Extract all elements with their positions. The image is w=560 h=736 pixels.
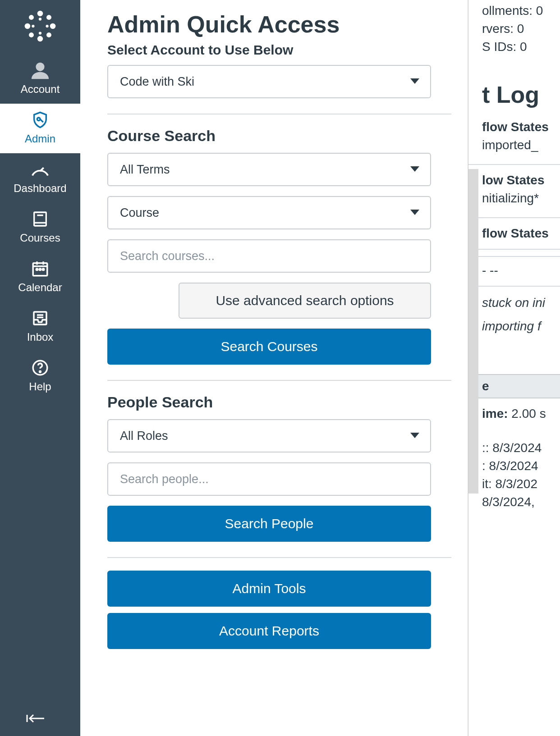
speedometer-icon [30, 160, 50, 179]
stat-sis-ids: S IDs: 0 [468, 38, 560, 56]
nav-admin[interactable]: Admin [0, 104, 80, 153]
divider [468, 256, 560, 257]
svg-point-12 [36, 63, 44, 71]
role-select[interactable]: All Roles [107, 419, 431, 453]
account-reports-button[interactable]: Account Reports [107, 613, 431, 649]
nav-courses[interactable]: Courses [0, 203, 80, 252]
note-text: stuck on ini [468, 294, 560, 312]
role-select-wrap: All Roles [107, 419, 431, 453]
nav-label: Calendar [18, 281, 62, 294]
divider [107, 557, 451, 558]
svg-point-3 [50, 23, 55, 29]
note-text: importing f [468, 317, 560, 335]
svg-point-13 [37, 118, 40, 121]
calendar-icon [31, 259, 50, 279]
stat-observers: rvers: 0 [468, 20, 560, 38]
divider [468, 286, 560, 287]
nav-label: Inbox [27, 331, 54, 343]
course-search-input[interactable] [107, 239, 431, 273]
flow-states-value: nitializing* [468, 189, 560, 207]
svg-rect-14 [34, 212, 46, 226]
svg-point-23 [42, 269, 44, 270]
nav-label: Courses [20, 232, 60, 244]
nav-label: Admin [25, 133, 55, 145]
log-heading: t Log [468, 81, 560, 108]
date-row: it: 8/3/202 [468, 475, 560, 493]
book-icon [31, 209, 49, 229]
term-select[interactable]: All Terms [107, 153, 431, 186]
scrollbar[interactable] [468, 169, 478, 494]
stat-enrollments: ollments: 0 [468, 2, 560, 20]
flow-states-value: imported_ [468, 136, 560, 154]
svg-point-9 [39, 32, 41, 34]
nav-account[interactable]: Account [0, 54, 80, 104]
search-type-select[interactable]: Course [107, 196, 431, 229]
divider [468, 164, 560, 165]
collapse-arrow-icon [24, 712, 46, 725]
nav-label: Help [29, 380, 51, 393]
svg-point-21 [36, 269, 38, 270]
time-label: ime: [482, 407, 508, 421]
background-log-panel: ollments: 0 rvers: 0 S IDs: 0 t Log flow… [468, 0, 560, 736]
date-row: : 8/3/2024 [468, 457, 560, 475]
shield-key-icon [31, 110, 49, 130]
tray-title: Admin Quick Access [107, 11, 451, 38]
svg-point-28 [40, 371, 41, 372]
time-value: 2.00 s [508, 407, 546, 421]
time-row: ime: 2.00 s [468, 405, 560, 423]
svg-point-2 [25, 23, 30, 29]
svg-point-22 [39, 269, 41, 270]
divider [468, 249, 560, 250]
nav-calendar[interactable]: Calendar [0, 252, 80, 302]
divider [107, 114, 451, 114]
inbox-icon [31, 308, 50, 328]
flow-states-heading: flow States [468, 224, 560, 242]
table-header-band: e [468, 374, 560, 398]
svg-point-10 [32, 25, 34, 27]
nav-label: Dashboard [14, 182, 66, 195]
people-search-input-wrap [107, 462, 431, 496]
date-row: 8/3/2024, [468, 493, 560, 511]
svg-point-8 [39, 18, 41, 20]
nav-inbox[interactable]: Inbox [0, 302, 80, 352]
admin-quick-access-tray: Admin Quick Access Select Account to Use… [80, 0, 468, 736]
flow-states-heading: low States [468, 171, 560, 189]
advanced-search-button[interactable]: Use advanced search options [179, 283, 431, 319]
nav-label: Account [21, 83, 60, 96]
search-type-select-wrap: Course [107, 196, 431, 229]
account-select[interactable]: Code with Ski [107, 65, 431, 98]
svg-point-7 [46, 32, 51, 37]
account-select-wrap: Code with Ski [107, 65, 431, 98]
svg-point-4 [29, 15, 34, 20]
svg-point-6 [29, 32, 34, 37]
help-icon [31, 358, 50, 378]
term-select-wrap: All Terms [107, 153, 431, 186]
divider [107, 380, 451, 381]
search-people-button[interactable]: Search People [107, 506, 431, 542]
collapse-nav-button[interactable] [0, 701, 80, 736]
search-courses-button[interactable]: Search Courses [107, 329, 431, 365]
admin-tools-button[interactable]: Admin Tools [107, 571, 431, 607]
svg-point-0 [37, 11, 43, 16]
global-nav: Account Admin Dashboard Courses [0, 0, 80, 736]
svg-point-11 [46, 25, 48, 27]
course-search-heading: Course Search [107, 127, 451, 145]
band-label: e [482, 379, 489, 393]
tray-subtitle: Select Account to Use Below [107, 42, 451, 58]
date-row: :: 8/3/2024 [468, 439, 560, 457]
brand-logo [22, 8, 58, 44]
dash-row: - -- [468, 261, 560, 279]
people-search-input[interactable] [107, 462, 431, 496]
nav-help[interactable]: Help [0, 352, 80, 401]
nav-dashboard[interactable]: Dashboard [0, 153, 80, 203]
divider [468, 217, 560, 218]
flow-states-heading: flow States [468, 118, 560, 136]
people-search-heading: People Search [107, 393, 451, 411]
user-icon [30, 60, 50, 80]
svg-point-5 [46, 15, 51, 20]
svg-point-1 [37, 36, 43, 41]
course-search-input-wrap [107, 239, 431, 273]
